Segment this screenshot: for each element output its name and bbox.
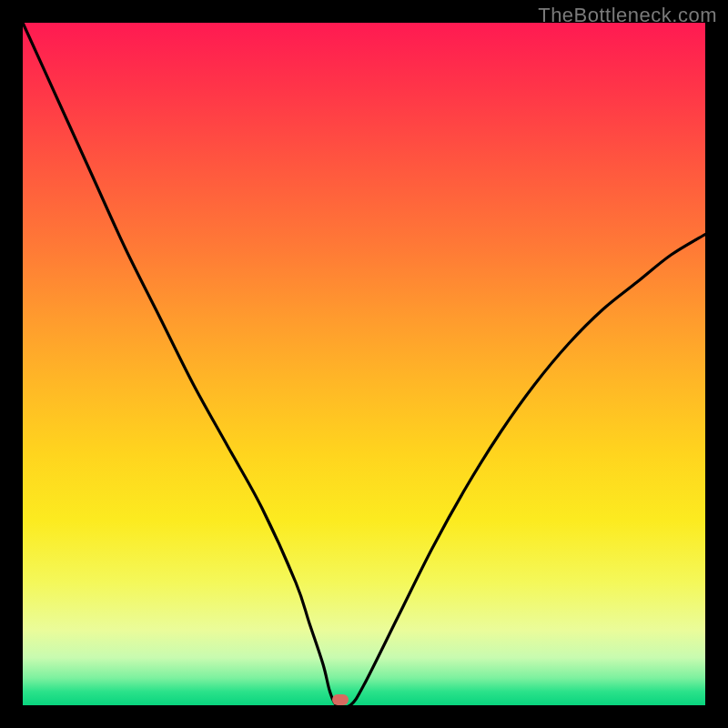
bottleneck-curve bbox=[23, 23, 705, 707]
plot-area bbox=[23, 23, 705, 705]
optimal-marker bbox=[332, 694, 349, 705]
curve-svg bbox=[23, 23, 705, 705]
outer-frame: TheBottleneck.com bbox=[0, 0, 728, 728]
